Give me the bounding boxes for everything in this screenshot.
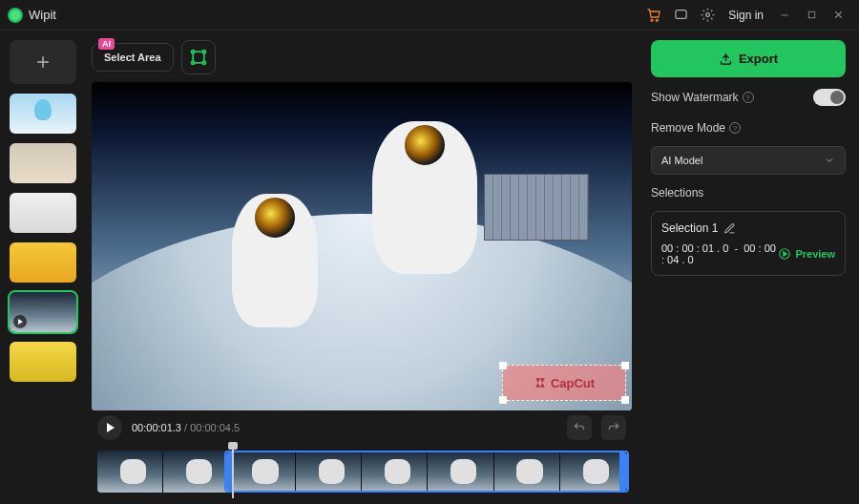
settings-panel: Export Show Watermark ? Remove Mode ? AI… <box>638 31 859 504</box>
media-thumb[interactable] <box>10 242 76 283</box>
info-icon[interactable]: ? <box>743 92 754 103</box>
redo-button[interactable] <box>601 415 626 440</box>
gear-icon[interactable] <box>694 2 721 29</box>
export-button[interactable]: Export <box>651 40 846 77</box>
feedback-icon[interactable] <box>667 2 694 29</box>
playhead[interactable] <box>232 445 234 498</box>
play-button[interactable] <box>97 415 122 440</box>
svg-point-3 <box>705 13 709 17</box>
media-thumb[interactable] <box>10 342 76 382</box>
selections-label: Selections <box>651 186 846 200</box>
cart-icon[interactable] <box>640 2 667 29</box>
edit-icon[interactable] <box>723 222 736 235</box>
info-icon[interactable]: ? <box>729 122 741 134</box>
minimize-button[interactable] <box>771 2 798 29</box>
svg-point-1 <box>657 19 659 21</box>
media-sidebar <box>0 31 86 504</box>
undo-button[interactable] <box>567 415 592 440</box>
selection-card: Selection 1 00 : 00 : 01 . 0 - 00 : 00 :… <box>651 211 846 276</box>
show-watermark-label: Show Watermark ? <box>651 91 754 104</box>
chevron-down-icon <box>824 155 835 166</box>
media-thumb[interactable] <box>10 193 76 233</box>
add-media-button[interactable] <box>10 40 76 84</box>
show-watermark-toggle[interactable] <box>813 89 846 106</box>
titlebar: Wipit Sign in <box>0 0 859 31</box>
ai-badge: AI <box>98 38 115 50</box>
media-thumb[interactable] <box>10 292 76 332</box>
media-thumb[interactable] <box>10 94 76 134</box>
app-title: Wipit <box>29 8 56 22</box>
select-area-button[interactable]: AI Select Area <box>92 43 174 72</box>
watermark-selection-box[interactable]: CapCut <box>502 365 626 401</box>
selection-time-range: 00 : 00 : 01 . 0 - 00 : 00 : 04 . 0 <box>661 242 778 265</box>
timeline[interactable] <box>92 445 632 504</box>
video-preview[interactable]: CapCut <box>92 82 632 410</box>
export-label: Export <box>739 52 778 66</box>
remove-mode-dropdown[interactable]: AI Model <box>651 146 846 175</box>
play-overlay-icon <box>13 315 27 328</box>
timecode: 00:00:01.3 / 00:00:04.5 <box>132 422 240 433</box>
app-logo-icon <box>8 8 23 23</box>
signin-link[interactable]: Sign in <box>728 9 764 22</box>
remove-mode-label: Remove Mode ? <box>651 121 741 135</box>
svg-rect-5 <box>808 11 814 17</box>
selection-name: Selection 1 <box>661 221 718 235</box>
crop-button[interactable] <box>181 40 216 74</box>
media-thumb[interactable] <box>10 143 76 183</box>
maximize-button[interactable] <box>798 2 825 29</box>
remove-mode-value: AI Model <box>661 155 702 166</box>
watermark-text: CapCut <box>503 366 625 400</box>
preview-button[interactable]: Preview <box>778 247 835 261</box>
svg-point-0 <box>651 19 653 21</box>
select-area-label: Select Area <box>104 52 161 63</box>
close-button[interactable] <box>825 2 851 29</box>
